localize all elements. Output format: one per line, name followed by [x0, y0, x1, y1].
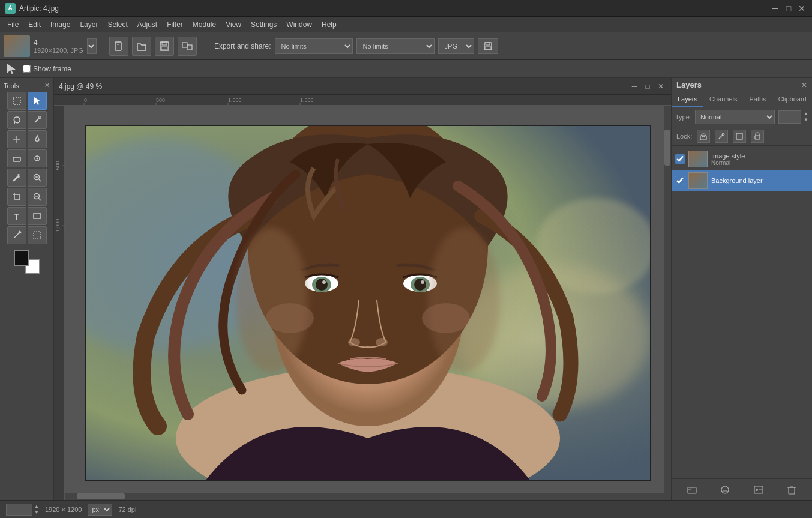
zoom-input[interactable]: 49% — [6, 504, 32, 516]
svg-text:500: 500 — [55, 161, 61, 170]
menu-layer[interactable]: Layer — [75, 19, 103, 31]
maximize-button[interactable]: □ — [783, 3, 794, 14]
opacity-stepper[interactable]: ▲ ▼ — [804, 111, 808, 123]
tool-row-3 — [7, 130, 47, 148]
pen-tool-button[interactable] — [7, 226, 26, 244]
tool-options-bar: Show frame — [0, 60, 812, 78]
svg-rect-76 — [755, 136, 760, 139]
crop-tool-button[interactable] — [7, 188, 26, 206]
text-tool-button[interactable]: T — [7, 207, 26, 225]
move-tool-button[interactable] — [28, 92, 47, 110]
vertical-scrollbar[interactable] — [664, 106, 671, 500]
separator — [103, 37, 103, 56]
unit-select[interactable]: px cm in — [88, 504, 112, 516]
svg-line-22 — [14, 176, 19, 181]
svg-point-65 — [348, 338, 360, 346]
layers-type-row: Type: Normal Multiply Screen Overlay 100… — [672, 107, 812, 127]
canvas-maximize-button[interactable]: □ — [642, 81, 653, 92]
select-tool-button[interactable] — [7, 92, 26, 110]
horizontal-scrollbar[interactable] — [65, 493, 664, 500]
transform-tool-button[interactable] — [7, 130, 26, 148]
lock-label: Lock: — [676, 133, 692, 140]
zoom-in-tool-button[interactable] — [28, 169, 47, 187]
export-size-select[interactable]: No limits 1920×1200 1280×800 — [275, 38, 353, 54]
export-quality-select[interactable]: No limits High quality — [356, 38, 435, 54]
menu-settings[interactable]: Settings — [246, 19, 281, 31]
layer-item-image-style[interactable]: Image style Normal — [672, 148, 812, 170]
image-info: 4 1920×1200, JPG — [34, 38, 83, 54]
lock-paint-button[interactable] — [715, 130, 728, 143]
lasso-tool-button[interactable] — [7, 111, 26, 129]
canvas-close-button[interactable]: ✕ — [655, 81, 666, 92]
ink-tool-button[interactable] — [28, 130, 47, 148]
export-button[interactable] — [178, 37, 197, 56]
lock-rect-button[interactable] — [733, 130, 746, 143]
tab-channels[interactable]: Channels — [703, 92, 743, 107]
layers-panel-close[interactable]: ✕ — [801, 81, 807, 89]
save-file-button[interactable] — [155, 37, 174, 56]
menu-file[interactable]: File — [2, 19, 23, 31]
color-sample-button[interactable] — [7, 169, 26, 187]
eraser-tool-button[interactable] — [7, 149, 26, 167]
lock-all-button[interactable] — [751, 130, 764, 143]
zoom-stepper[interactable]: ▲ ▼ — [34, 504, 39, 516]
layer-visible-checkbox-2[interactable] — [675, 176, 685, 185]
layer-thumbnail-2 — [688, 172, 708, 189]
show-frame-label: Show frame — [33, 65, 71, 73]
image-selector[interactable]: ▼ — [87, 38, 97, 54]
ruler-top: 0 500 1,000 1,500 — [54, 95, 671, 106]
close-button[interactable]: ✕ — [796, 3, 807, 14]
svg-line-29 — [38, 198, 41, 200]
title-bar: A Artipic: 4.jpg ─ □ ✕ — [0, 0, 812, 17]
export-save-button[interactable] — [478, 38, 498, 54]
menu-module[interactable]: Module — [188, 19, 221, 31]
layers-panel-title: Layers — [676, 80, 702, 89]
svg-line-73 — [719, 134, 723, 139]
layers-type-select[interactable]: Normal Multiply Screen Overlay — [695, 110, 775, 124]
canvas-viewport[interactable] — [65, 106, 671, 500]
layers-adjust-button[interactable] — [751, 483, 766, 497]
eyedropper-tool-button[interactable] — [28, 111, 47, 129]
menu-bar: File Edit Image Layer Select Adjust Filt… — [0, 17, 812, 32]
menu-image[interactable]: Image — [46, 19, 75, 31]
minimize-button[interactable]: ─ — [770, 3, 781, 14]
tools-panel-title: Tools — [4, 82, 19, 89]
svg-point-62 — [414, 279, 426, 291]
menu-adjust[interactable]: Adjust — [133, 19, 162, 31]
tab-paths[interactable]: Paths — [744, 92, 772, 107]
rect-select-tool-button[interactable] — [28, 226, 47, 244]
menu-filter[interactable]: Filter — [162, 19, 188, 31]
menu-edit[interactable]: Edit — [23, 19, 46, 31]
menu-select[interactable]: Select — [103, 19, 132, 31]
layers-new-fill-button[interactable] — [718, 483, 732, 497]
tool-row-4 — [7, 149, 47, 167]
layers-delete-button[interactable] — [784, 483, 799, 497]
tools-panel-close[interactable]: ✕ — [44, 82, 50, 89]
lock-move-button[interactable] — [697, 130, 710, 143]
menu-window[interactable]: Window — [281, 19, 317, 31]
layers-new-group-button[interactable] — [685, 483, 699, 497]
export-format-select[interactable]: JPG PNG BMP — [438, 38, 474, 54]
layers-opacity-input[interactable]: 100 — [778, 110, 801, 124]
show-frame-checkbox[interactable] — [23, 65, 31, 73]
menu-view[interactable]: View — [221, 19, 246, 31]
clone-tool-button[interactable] — [28, 149, 47, 167]
svg-marker-12 — [34, 97, 41, 105]
canvas-image-container — [85, 125, 651, 481]
rect-tool-button[interactable] — [28, 207, 47, 225]
foreground-color-swatch[interactable] — [14, 250, 29, 266]
svg-text:1,500: 1,500 — [300, 97, 314, 103]
open-file-button[interactable] — [132, 37, 151, 56]
canvas-minimize-button[interactable]: ─ — [629, 81, 640, 92]
menu-help[interactable]: Help — [317, 19, 341, 31]
svg-point-80 — [756, 489, 758, 491]
zoom-out-tool-button[interactable] — [28, 188, 47, 206]
layer-info-1: Image style Normal — [711, 152, 808, 166]
layer-visible-checkbox-1[interactable] — [675, 154, 685, 164]
new-document-button[interactable] — [109, 37, 128, 56]
tab-layers[interactable]: Layers — [672, 92, 703, 107]
canvas-area: 4.jpg @ 49 % ─ □ ✕ 0 500 1,000 1,500 — [54, 78, 671, 500]
tab-clipboard[interactable]: Clipboard — [772, 92, 812, 107]
unit-control: px cm in — [88, 504, 112, 516]
layer-item-background[interactable]: Background layer — [672, 170, 812, 191]
